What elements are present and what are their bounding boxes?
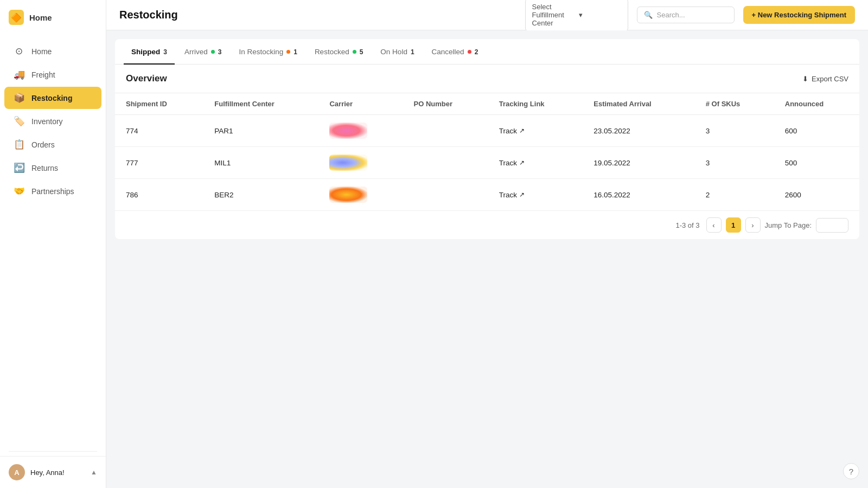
- po-number-cell: [403, 115, 488, 147]
- search-icon: 🔍: [644, 11, 653, 19]
- user-profile[interactable]: A Hey, Anna! ▲: [0, 456, 106, 488]
- sidebar-item-returns[interactable]: ↩️ Returns: [4, 157, 101, 179]
- pagination-range: 1-3 of 3: [675, 221, 699, 229]
- user-name: Hey, Anna!: [30, 468, 85, 477]
- logo-label: Home: [29, 13, 52, 22]
- tab-count-in_restocking: 1: [293, 48, 297, 56]
- fulfillment-center-cell: PAR1: [203, 115, 318, 147]
- tab-label-in_restocking: In Restocking: [239, 48, 283, 56]
- jump-to-page-label: Jump To Page:: [765, 221, 812, 229]
- carrier-logo: [329, 187, 367, 203]
- tab-label-on_hold: On Hold: [380, 48, 407, 56]
- table-body: 774PAR1Track↗23.05.20223600777MIL1Track↗…: [115, 115, 859, 211]
- track-link[interactable]: Track↗: [499, 127, 572, 135]
- orders-icon: 📋: [13, 139, 25, 150]
- inventory-icon: 🏷️: [13, 115, 25, 127]
- export-csv-button[interactable]: ⬇ Export CSV: [802, 75, 848, 83]
- col-header-tracking-link: Tracking Link: [488, 93, 583, 115]
- track-link[interactable]: Track↗: [499, 191, 572, 199]
- col-header-carrier: Carrier: [318, 93, 403, 115]
- logo[interactable]: 🔶 Home: [0, 0, 106, 35]
- overview-header: Overview ⬇ Export CSV: [115, 65, 859, 93]
- po-number-cell: [403, 147, 488, 179]
- sidebar-item-orders[interactable]: 📋 Orders: [4, 133, 101, 156]
- pagination: 1-3 of 3 ‹ 1 › Jump To Page:: [115, 210, 859, 239]
- sidebar-divider: [9, 451, 97, 452]
- shipment-id-cell: 774: [115, 115, 203, 147]
- sidebar-item-label-freight: Freight: [31, 70, 55, 79]
- prev-page-button[interactable]: ‹: [706, 217, 722, 233]
- track-link[interactable]: Track↗: [499, 159, 572, 167]
- tab-count-on_hold: 1: [411, 48, 414, 56]
- tab-label-arrived: Arrived: [184, 48, 208, 56]
- tab-cancelled[interactable]: Cancelled2: [424, 39, 486, 65]
- carrier-cell: [318, 115, 403, 147]
- announced-cell: 600: [774, 115, 859, 147]
- external-link-icon: ↗: [519, 127, 525, 134]
- sidebar-item-partnerships[interactable]: 🤝 Partnerships: [4, 180, 101, 202]
- num-skus-cell: 3: [695, 147, 774, 179]
- tab-arrived[interactable]: Arrived3: [177, 39, 229, 65]
- tab-dot-restocked: [353, 50, 356, 54]
- tab-restocked[interactable]: Restocked5: [307, 39, 371, 65]
- tab-on_hold[interactable]: On Hold1: [373, 39, 422, 65]
- carrier-cell: [318, 179, 403, 211]
- sidebar-item-label-inventory: Inventory: [31, 117, 63, 126]
- sidebar-item-label-restocking: Restocking: [31, 94, 72, 102]
- fulfillment-center-select[interactable]: Select Fulfillment Center ▾: [525, 0, 628, 31]
- sidebar-item-inventory[interactable]: 🏷️ Inventory: [4, 110, 101, 132]
- sidebar-item-home[interactable]: ⊙ Home: [4, 40, 101, 62]
- tab-label-cancelled: Cancelled: [432, 48, 464, 56]
- topbar: Restocking Select Fulfillment Center ▾ 🔍…: [106, 0, 868, 30]
- logo-icon: 🔶: [9, 10, 24, 25]
- external-link-icon: ↗: [519, 159, 525, 166]
- chevron-up-icon: ▲: [91, 468, 97, 476]
- current-page-button[interactable]: 1: [726, 217, 741, 233]
- carrier-cell: [318, 147, 403, 179]
- tab-count-arrived: 3: [218, 48, 222, 56]
- shipment-id-cell: 777: [115, 147, 203, 179]
- sidebar-item-freight[interactable]: 🚚 Freight: [4, 63, 101, 86]
- sidebar-item-restocking[interactable]: 📦 Restocking: [4, 87, 101, 109]
- sidebar: 🔶 Home ⊙ Home 🚚 Freight 📦 Restocking 🏷️ …: [0, 0, 106, 488]
- tab-count-restocked: 5: [360, 48, 363, 56]
- num-skus-cell: 3: [695, 115, 774, 147]
- track-label: Track: [499, 191, 517, 199]
- col-header-shipment-id: Shipment ID: [115, 93, 203, 115]
- announced-cell: 500: [774, 147, 859, 179]
- overview-title: Overview: [126, 73, 802, 84]
- new-restocking-shipment-button[interactable]: + New Restocking Shipment: [743, 6, 855, 24]
- fulfillment-center-cell: MIL1: [203, 147, 318, 179]
- announced-cell: 2600: [774, 179, 859, 211]
- page-title: Restocking: [119, 9, 516, 21]
- sidebar-item-label-orders: Orders: [31, 140, 55, 149]
- help-button[interactable]: ?: [843, 463, 859, 479]
- tab-count-cancelled: 2: [475, 48, 478, 56]
- table-row: 777MIL1Track↗19.05.20223500: [115, 147, 859, 179]
- tracking-cell: Track↗: [488, 179, 583, 211]
- tracking-cell: Track↗: [488, 115, 583, 147]
- next-page-button[interactable]: ›: [745, 217, 761, 233]
- freight-icon: 🚚: [13, 69, 25, 80]
- fulfillment-center-cell: BER2: [203, 179, 318, 211]
- avatar: A: [9, 464, 25, 480]
- num-skus-cell: 2: [695, 179, 774, 211]
- col-header-fulfillment-center: Fulfillment Center: [203, 93, 318, 115]
- tab-label-restocked: Restocked: [315, 48, 349, 56]
- tracking-cell: Track↗: [488, 147, 583, 179]
- content-inner: Shipped3Arrived3In Restocking1Restocked5…: [115, 39, 859, 239]
- main-area: Restocking Select Fulfillment Center ▾ 🔍…: [106, 0, 868, 488]
- restocking-icon: 📦: [13, 92, 25, 104]
- home-icon: ⊙: [13, 46, 25, 57]
- jump-to-page-input[interactable]: [816, 218, 848, 233]
- search-bar[interactable]: 🔍 Search...: [637, 7, 735, 23]
- estimated-arrival-cell: 19.05.2022: [583, 147, 694, 179]
- col-header-po-number: PO Number: [403, 93, 488, 115]
- estimated-arrival-cell: 23.05.2022: [583, 115, 694, 147]
- partnerships-icon: 🤝: [13, 185, 25, 197]
- table-row: 786BER2Track↗16.05.202222600: [115, 179, 859, 211]
- tab-shipped[interactable]: Shipped3: [124, 39, 175, 65]
- carrier-logo: [329, 155, 367, 171]
- tab-in_restocking[interactable]: In Restocking1: [231, 39, 304, 65]
- download-icon: ⬇: [802, 75, 808, 83]
